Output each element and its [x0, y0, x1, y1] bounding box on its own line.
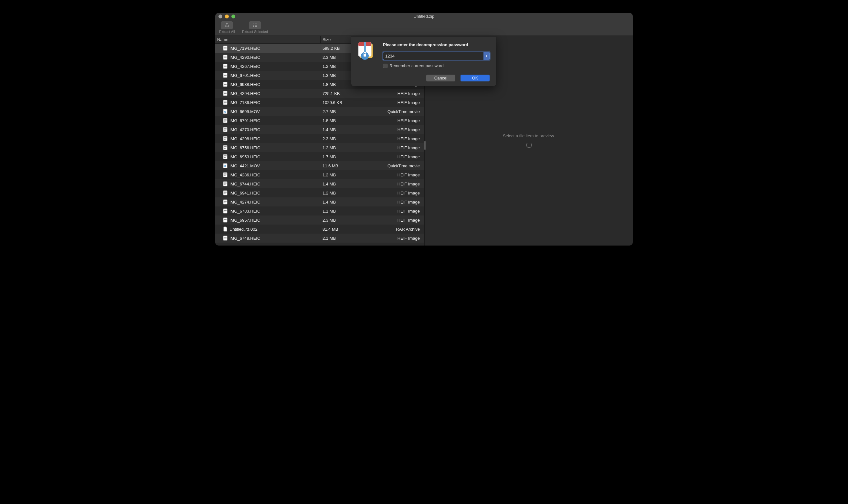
file-size: 1.4 MB [321, 200, 352, 204]
window-title: Untitled.zip [215, 14, 633, 19]
table-row[interactable]: IMG_4270.HEIC1.4 MBHEIF Image [215, 125, 424, 134]
svg-rect-0 [253, 23, 254, 24]
minimize-window-button[interactable] [225, 15, 229, 18]
table-row[interactable]: IMG_4294.HEIC725.1 KBHEIF Image [215, 89, 424, 98]
svg-rect-61 [224, 146, 227, 147]
remember-password-checkbox[interactable]: Remember current password [383, 63, 490, 68]
file-icon [223, 235, 228, 241]
file-name: IMG_6748.HEIC [230, 236, 260, 241]
svg-rect-34 [224, 93, 227, 94]
maximize-window-button[interactable] [231, 15, 235, 18]
file-name: IMG_6744.HEIC [230, 182, 260, 186]
table-row[interactable]: IMG_6941.HEIC1.2 MBHEIF Image [215, 188, 424, 197]
file-icon [223, 136, 228, 141]
file-size: 1.2 MB [321, 173, 352, 177]
table-row[interactable]: IMG_6744.HEIC1.4 MBHEIF Image [215, 179, 424, 188]
svg-rect-15 [224, 58, 225, 58]
file-size: 1.3 MB [321, 73, 352, 78]
svg-rect-59 [224, 139, 225, 140]
file-icon [223, 217, 228, 222]
file-size: 598.2 KB [321, 46, 352, 51]
svg-rect-25 [224, 76, 225, 76]
table-row[interactable]: Untitled.7z.00281.4 MBRAR Archive [215, 224, 424, 234]
svg-rect-76 [224, 174, 227, 175]
table-row[interactable]: IMG_6791.HEIC1.8 MBHEIF Image [215, 116, 424, 125]
file-size: 1.2 MB [321, 64, 352, 69]
svg-rect-46 [224, 119, 227, 120]
table-row[interactable]: IMG_4274.HEIC1.4 MBHEIF Image [215, 197, 424, 206]
table-row[interactable]: IMG_6957.HEIC2.3 MBHEIF Image [215, 216, 424, 224]
svg-rect-38 [224, 102, 227, 102]
pane-resize-handle[interactable] [424, 141, 426, 150]
ok-button[interactable]: OK [461, 75, 490, 82]
password-dialog: Please enter the decompression password … [351, 36, 497, 86]
file-name: IMG_4270.HEIC [230, 127, 260, 132]
table-row[interactable]: IMG_4286.HEIC1.2 MBHEIF Image [215, 170, 424, 179]
checkbox-icon [383, 64, 387, 68]
extract-all-button[interactable]: Extract All [219, 21, 235, 34]
file-name: IMG_6699.MOV [230, 109, 260, 114]
svg-rect-83 [224, 184, 225, 185]
app-window: Untitled.zip Extract All Extract Selecte… [215, 13, 633, 246]
password-input[interactable] [383, 52, 484, 60]
table-row[interactable]: IMG_4421.MOV11.6 MBQuickTime movie [215, 161, 424, 170]
svg-rect-64 [224, 148, 225, 149]
cancel-button[interactable]: Cancel [426, 75, 455, 82]
svg-rect-48 [224, 121, 227, 121]
table-row[interactable]: IMG_6699.MOV2.7 MBQuickTime movie [215, 107, 424, 116]
file-name: IMG_6938.HEIC [230, 82, 260, 87]
column-header-size[interactable]: Size [321, 36, 352, 43]
file-name: IMG_4298.HEIC [230, 136, 260, 141]
file-size: 2.7 MB [321, 109, 352, 114]
file-size: 11.6 MB [321, 163, 352, 168]
svg-rect-54 [224, 130, 225, 130]
svg-rect-17 [224, 65, 227, 65]
svg-rect-4 [253, 26, 254, 27]
titlebar: Untitled.zip [215, 13, 633, 20]
svg-rect-28 [224, 84, 227, 84]
svg-rect-77 [224, 175, 227, 175]
file-kind: HEIF Image [352, 155, 424, 159]
file-icon [223, 209, 228, 214]
svg-rect-88 [224, 194, 225, 194]
table-row[interactable]: IMG_6953.HEIC1.7 MBHEIF Image [215, 152, 424, 161]
svg-rect-51 [224, 128, 227, 129]
file-icon [223, 181, 228, 186]
svg-rect-90 [224, 201, 227, 201]
table-row[interactable]: IMG_6748.HEIC2.1 MBHEIF Image [215, 234, 424, 242]
close-window-button[interactable] [218, 15, 222, 18]
svg-rect-75 [224, 174, 227, 174]
file-name: IMG_4290.HEIC [230, 55, 260, 60]
file-kind: HEIF Image [352, 91, 424, 96]
file-size: 725.1 KB [321, 91, 352, 96]
list-icon [252, 23, 257, 28]
extract-selected-button[interactable]: Extract Selected [242, 21, 268, 34]
combo-dropdown-button[interactable]: ▾ [484, 52, 489, 60]
file-kind: HEIF Image [352, 218, 424, 222]
file-icon [223, 145, 228, 150]
svg-rect-3 [255, 25, 257, 25]
file-kind: QuickTime movie [352, 109, 424, 114]
file-icon [223, 73, 228, 78]
svg-rect-20 [224, 67, 225, 67]
traffic-lights [215, 15, 235, 18]
file-icon [223, 109, 228, 114]
file-icon [223, 46, 228, 51]
file-kind: HEIF Image [352, 127, 424, 132]
table-row[interactable]: IMG_7186.HEIC1029.6 KBHEIF Image [215, 98, 424, 107]
table-row[interactable]: IMG_4298.HEIC2.3 MBHEIF Image [215, 134, 424, 143]
file-icon [223, 118, 228, 123]
svg-rect-13 [224, 56, 227, 57]
column-header-name[interactable]: Name [215, 36, 321, 43]
file-icon [223, 55, 228, 60]
svg-rect-93 [224, 202, 225, 203]
svg-rect-7 [224, 47, 227, 47]
svg-rect-62 [224, 147, 227, 147]
file-kind: HEIF Image [352, 209, 424, 214]
file-name: IMG_6701.HEIC [230, 73, 260, 78]
chevron-down-icon: ▾ [486, 54, 487, 57]
svg-rect-1 [255, 23, 257, 24]
table-row[interactable]: IMG_6783.HEIC1.1 MBHEIF Image [215, 206, 424, 216]
svg-rect-9 [224, 48, 227, 49]
table-row[interactable]: IMG_6756.HEIC1.2 MBHEIF Image [215, 143, 424, 152]
